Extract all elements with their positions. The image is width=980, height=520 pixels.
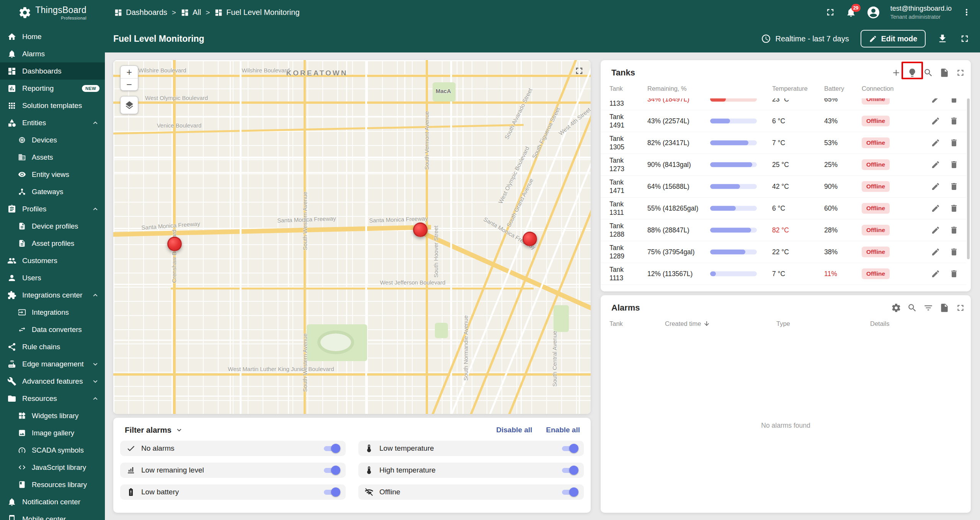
dashboards-icon [7, 67, 16, 76]
edit-row-icon[interactable] [931, 269, 940, 278]
tanks-plus-icon[interactable] [891, 68, 901, 78]
tanks-file-icon[interactable] [939, 68, 949, 78]
sidebar-item-image-gallery[interactable]: Image gallery [0, 424, 105, 442]
sidebar-item-widgets-library[interactable]: Widgets library [0, 407, 105, 424]
thingsboard-logo[interactable]: ThingsBoard Professional [0, 5, 105, 20]
toggle-switch-no-alarms[interactable] [323, 444, 340, 453]
delete-row-icon[interactable] [949, 138, 959, 147]
sidebar-item-advanced-features[interactable]: Advanced features [0, 373, 105, 390]
table-row[interactable]: Tank127390% (8413gal)25 °C25%Offline [601, 154, 966, 176]
sidebar-item-integrations[interactable]: Integrations [0, 304, 105, 321]
sidebar-item-entities[interactable]: Entities [0, 114, 105, 131]
delete-row-icon[interactable] [949, 98, 959, 104]
download-icon[interactable] [937, 33, 948, 44]
sidebar-item-devices[interactable]: Devices [0, 131, 105, 149]
zoom-in-button[interactable]: + [121, 66, 138, 78]
table-row[interactable]: Tank130582% (23417L)7 °C53%Offline [601, 132, 966, 154]
edit-row-icon[interactable] [931, 204, 940, 213]
edit-mode-button[interactable]: Edit mode [861, 30, 926, 47]
edit-row-icon[interactable] [931, 116, 940, 126]
notifications-button[interactable]: 29 [846, 7, 856, 18]
enable-all-button[interactable]: Enable all [546, 426, 580, 434]
delete-row-icon[interactable] [949, 247, 959, 257]
alarms-filter-icon[interactable] [923, 303, 933, 313]
toggle-switch-low-temperature[interactable] [561, 444, 578, 453]
sidebar-item-customers[interactable]: Customers [0, 252, 105, 269]
sidebar-item-resources-library[interactable]: Resources library [0, 476, 105, 493]
disable-all-button[interactable]: Disable all [496, 426, 532, 434]
edit-row-icon[interactable] [931, 138, 940, 147]
sidebar-item-profiles[interactable]: Profiles [0, 200, 105, 217]
delete-row-icon[interactable] [949, 269, 959, 278]
table-row[interactable]: Tank131155% (418265gal)6 °C60%Offline [601, 198, 966, 219]
table-row[interactable]: Tank149143% (22574L)6 °C43%Offline [601, 110, 966, 132]
alarms-gear-icon[interactable] [891, 303, 901, 313]
tanks-lightbulb-icon[interactable] [907, 68, 917, 78]
toolbar-fullscreen-icon[interactable] [959, 33, 970, 44]
toggle-switch-low-battery[interactable] [323, 487, 340, 497]
alarms-file-icon[interactable] [939, 303, 949, 313]
tanks-scrollbar[interactable] [967, 98, 970, 259]
delete-row-icon[interactable] [949, 182, 959, 191]
map-fullscreen-icon[interactable] [574, 65, 585, 76]
table-row[interactable]: Tank113334% (18497L)23 °C65%Offline [601, 98, 966, 110]
sidebar-item-solution-templates[interactable]: Solution templates [0, 97, 105, 114]
map-marker-1[interactable] [167, 237, 182, 251]
table-row[interactable]: Tank111312% (113567L)7 °C11%Offline [601, 263, 966, 285]
filter-alarms-toggle[interactable]: Filter alarms [125, 425, 183, 435]
sidebar-item-mobile-center[interactable]: Mobile center [0, 510, 105, 520]
avatar-icon[interactable] [866, 5, 880, 20]
zoom-out-button[interactable]: − [121, 78, 138, 90]
map-marker-3[interactable] [523, 232, 537, 246]
sidebar-item-integrations-center[interactable]: Integrations center [0, 286, 105, 304]
sidebar-item-device-profiles[interactable]: Device profiles [0, 217, 105, 235]
sidebar-item-gateways[interactable]: Gateways [0, 183, 105, 200]
breadcrumb-item-all[interactable]: All [181, 8, 201, 17]
sidebar-item-assets[interactable]: Assets [0, 149, 105, 166]
toggle-switch-offline[interactable] [561, 487, 578, 497]
table-row[interactable]: Tank147164% (15688L)42 °C90%Offline [601, 176, 966, 198]
table-row[interactable]: Tank128888% (28847L)82 °C28%Offline [601, 219, 966, 241]
edit-row-icon[interactable] [931, 247, 940, 257]
breadcrumb-item-dashboards[interactable]: Dashboards [114, 8, 167, 17]
edit-row-icon[interactable] [931, 182, 940, 191]
map-marker-2[interactable] [413, 222, 428, 237]
map-layers-button[interactable] [120, 96, 138, 114]
alarms-search-icon[interactable] [907, 303, 917, 313]
user-info[interactable]: test@thingsboard.io Tenant administrator [890, 4, 952, 20]
sidebar-item-notification-center[interactable]: Notification center [0, 493, 105, 510]
sidebar-item-reporting[interactable]: ReportingNEW [0, 80, 105, 97]
edit-row-icon[interactable] [931, 226, 940, 235]
sidebar-item-home[interactable]: Home [0, 28, 105, 45]
delete-row-icon[interactable] [949, 160, 959, 169]
tanks-fullscreen-icon[interactable] [956, 68, 965, 78]
timewindow-button[interactable]: Realtime - last 7 days [761, 34, 849, 44]
sidebar-item-scada-symbols[interactable]: SCADA symbols [0, 442, 105, 459]
edit-row-icon[interactable] [931, 98, 940, 104]
sidebar-item-javascript-library[interactable]: JavaScript library [0, 459, 105, 476]
breadcrumb-item-fuel-level-monitoring[interactable]: Fuel Level Monitoring [214, 8, 299, 17]
delete-row-icon[interactable] [949, 226, 959, 235]
table-row[interactable]: Tank128975% (37954gal)22 °C38%Offline [601, 241, 966, 263]
remaining-value: 34% (18497L) [647, 98, 689, 103]
toggle-switch-low-remaning-level[interactable] [323, 466, 340, 475]
sidebar-item-users[interactable]: Users [0, 269, 105, 286]
map[interactable]: Wilshire BoulevardWilshire BoulevardWest… [113, 60, 591, 414]
sidebar-item-asset-profiles[interactable]: Asset profiles [0, 235, 105, 252]
tanks-search-icon[interactable] [923, 68, 933, 78]
sidebar-item-dashboards[interactable]: Dashboards [0, 62, 105, 80]
delete-row-icon[interactable] [949, 116, 959, 126]
sidebar-item-edge-management[interactable]: Edge management [0, 355, 105, 373]
sidebar-item-entity-views[interactable]: Entity views [0, 166, 105, 183]
sidebar-item-alarms[interactable]: Alarms [0, 45, 105, 62]
alarms-fullscreen-icon[interactable] [956, 303, 965, 313]
edit-row-icon[interactable] [931, 160, 940, 169]
sidebar-item-resources[interactable]: Resources [0, 390, 105, 407]
delete-row-icon[interactable] [949, 204, 959, 213]
sidebar-item-rule-chains[interactable]: Rule chains [0, 338, 105, 355]
toggle-switch-high-temperature[interactable] [561, 466, 578, 475]
sidebar-item-data-converters[interactable]: Data converters [0, 321, 105, 338]
column-header-created-time[interactable]: Created time [665, 320, 776, 327]
fullscreen-icon[interactable] [825, 7, 836, 18]
more-menu-icon[interactable] [962, 7, 972, 17]
